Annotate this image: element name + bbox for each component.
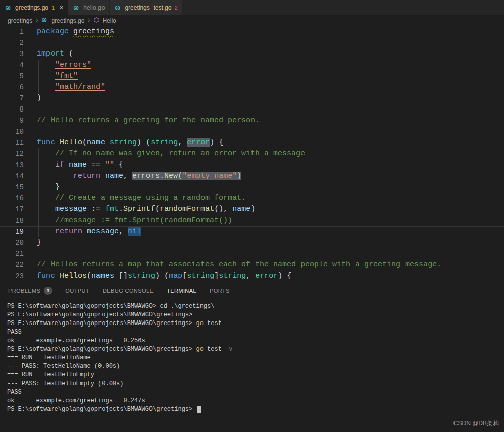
code-editor[interactable]: 1package greetings23import (4 "errors"5 … — [0, 26, 504, 282]
code-text: } — [24, 182, 504, 193]
code-token: //message := fmt.Sprint(randomFormat()) — [55, 216, 232, 225]
code-text: // Hellos returns a map that associates … — [24, 259, 504, 271]
code-text: import ( — [24, 48, 504, 60]
terminal[interactable]: PS E:\software\golang\goprojects\BMWAWGO… — [0, 299, 504, 414]
code-token: map — [169, 272, 182, 280]
terminal-line: PASS — [7, 328, 504, 337]
chevron-right-icon — [86, 17, 92, 25]
tab-hello.go[interactable]: GOhello.go — [68, 0, 109, 15]
code-line[interactable]: 3import ( — [0, 48, 504, 60]
code-text: if name == "" { — [24, 159, 504, 171]
code-text: //message := fmt.Sprint(randomFormat()) — [24, 215, 504, 226]
terminal-text: --- PASS: TestHelloEmpty (0.00s) — [7, 380, 123, 387]
breadcrumb-item-greetings.go[interactable]: GOgreetings.go — [41, 16, 84, 25]
code-line[interactable]: 23func Hellos(names []string) (map[strin… — [0, 271, 504, 282]
code-line[interactable]: 19 return message, nil — [0, 226, 504, 237]
code-token: ) — [250, 205, 255, 213]
code-token: ) — [37, 94, 41, 102]
code-token: ( — [178, 172, 182, 180]
code-line[interactable]: 16 // Create a message using a random fo… — [0, 193, 504, 204]
indent-guide — [38, 171, 39, 182]
code-token: name — [232, 205, 250, 213]
code-line[interactable]: 18 //message := fmt.Sprint(randomFormat(… — [0, 215, 504, 226]
code-line[interactable]: 15 } — [0, 182, 504, 193]
line-number: 13 — [0, 159, 24, 171]
code-token: greetings — [73, 27, 114, 36]
code-line[interactable]: 9// Hello returns a greeting for the nam… — [0, 115, 504, 126]
code-token: string — [219, 272, 246, 280]
code-text: ) — [24, 93, 504, 104]
method-icon — [93, 17, 100, 25]
code-text — [24, 248, 504, 259]
code-text: "fmt" — [24, 71, 504, 82]
code-line[interactable]: 1package greetings — [0, 26, 504, 37]
code-token: ( — [82, 138, 87, 147]
breadcrumb-item-greetings[interactable]: greetings — [8, 17, 32, 24]
terminal-line: PS E:\software\golang\goprojects\BMWAWGO… — [7, 345, 504, 354]
code-token — [37, 149, 55, 158]
terminal-text: test — [204, 346, 225, 353]
code-token: error — [255, 272, 278, 280]
code-text: // Hello returns a greeting for the name… — [24, 115, 504, 126]
code-line[interactable]: 8 — [0, 104, 504, 115]
code-line[interactable]: 22// Hellos returns a map that associate… — [0, 259, 504, 271]
panel-tab-ports[interactable]: PORTS — [210, 282, 230, 299]
code-token: // Hellos returns a map that associates … — [37, 260, 441, 269]
go-icon: GO — [41, 16, 49, 25]
code-token: [ — [182, 272, 187, 280]
code-line[interactable]: 7) — [0, 93, 504, 104]
code-token: name — [87, 138, 105, 147]
terminal-cursor — [197, 406, 201, 413]
code-token: return — [73, 172, 100, 180]
code-line[interactable]: 10 — [0, 126, 504, 137]
code-text: "math/rand" — [24, 82, 504, 93]
code-line[interactable]: 14 return name, errors.New("empty name") — [0, 171, 504, 182]
line-number: 6 — [0, 82, 24, 93]
code-token — [37, 83, 55, 91]
code-token: string — [128, 272, 155, 280]
code-text: func Hellos(names []string) (map[string]… — [24, 271, 504, 282]
line-number: 17 — [0, 204, 24, 215]
code-line[interactable]: 4 "errors" — [0, 60, 504, 71]
code-line[interactable]: 11func Hello(name string) (string, error… — [0, 137, 504, 148]
code-line[interactable]: 20} — [0, 237, 504, 248]
panel-tab-problems[interactable]: PROBLEMS3 — [8, 282, 52, 299]
bottom-panel: PROBLEMS3OUTPUTDEBUG CONSOLETERMINALPORT… — [0, 282, 504, 414]
code-line[interactable]: 21 — [0, 248, 504, 259]
code-token: names — [91, 272, 114, 280]
terminal-line: === RUN TestHelloEmpty — [7, 371, 504, 380]
indent-guide — [38, 82, 39, 93]
code-line[interactable]: 2 — [0, 37, 504, 48]
breadcrumb-item-Hello[interactable]: Hello — [93, 17, 116, 25]
line-number: 8 — [0, 104, 24, 115]
code-token — [37, 172, 73, 180]
breadcrumb-label: greetings — [8, 17, 32, 24]
code-line[interactable]: 12 // If no name was given, return an er… — [0, 148, 504, 159]
code-token — [37, 72, 55, 80]
svg-text:GO: GO — [5, 5, 10, 10]
panel-tab-debug-console[interactable]: DEBUG CONSOLE — [103, 282, 154, 299]
terminal-text: go — [196, 346, 203, 353]
code-line[interactable]: 5 "fmt" — [0, 71, 504, 82]
terminal-line: PS E:\software\golang\goprojects\BMWAWGO… — [7, 405, 504, 414]
code-token: "empty name" — [182, 172, 237, 180]
code-line[interactable]: 17 message := fmt.Sprintf(randomFormat()… — [0, 204, 504, 215]
code-token: (), — [214, 205, 232, 213]
code-token: Sprintf — [123, 205, 155, 213]
code-line[interactable]: 13 if name == "" { — [0, 159, 504, 171]
panel-tab-output[interactable]: OUTPUT — [65, 282, 89, 299]
line-number: 1 — [0, 26, 24, 37]
code-token — [37, 160, 55, 169]
terminal-text: PS E:\software\golang\goprojects\BMWAWGO… — [7, 346, 196, 353]
code-token: error — [187, 138, 210, 147]
close-icon[interactable]: × — [59, 4, 63, 11]
line-number: 12 — [0, 148, 24, 159]
tab-greetings_test.go[interactable]: GOgreetings_test.go2 — [110, 0, 182, 15]
code-token: "fmt" — [55, 72, 78, 80]
tab-greetings.go[interactable]: GOgreetings.go1× — [0, 0, 68, 15]
code-line[interactable]: 6 "math/rand" — [0, 82, 504, 93]
terminal-text: PS E:\software\golang\goprojects\BMWAWGO… — [7, 303, 214, 310]
panel-tab-terminal[interactable]: TERMINAL — [167, 282, 196, 299]
terminal-line: PASS — [7, 388, 504, 397]
code-token: ( — [64, 49, 73, 58]
